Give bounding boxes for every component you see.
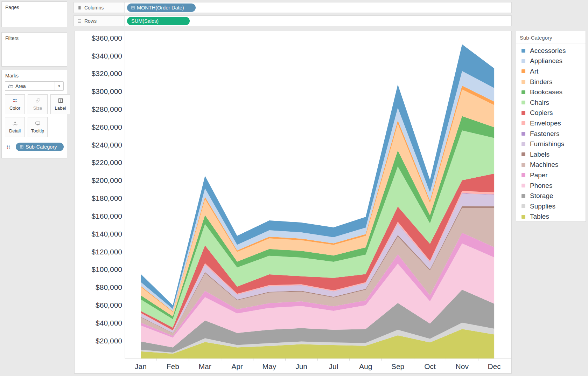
legend-swatch-icon bbox=[522, 184, 525, 187]
legend-item-label: Storage bbox=[530, 192, 553, 200]
legend-item-paper[interactable]: Paper bbox=[516, 170, 586, 180]
detail-dots-icon bbox=[12, 121, 18, 126]
x-axis-label: Feb bbox=[167, 362, 179, 370]
y-axis-label: $100,000 bbox=[91, 265, 122, 273]
tooltip-button-label: Tooltip bbox=[31, 128, 44, 134]
x-axis-label: Apr bbox=[231, 362, 243, 370]
legend-swatch-icon bbox=[522, 142, 525, 146]
legend-item-label: Furnishings bbox=[530, 140, 564, 148]
y-axis-label: $160,000 bbox=[91, 212, 122, 220]
detail-button-label: Detail bbox=[9, 128, 21, 134]
pages-shelf[interactable]: Pages bbox=[1, 1, 67, 27]
sub-category-color-pill[interactable]: Sub-Category bbox=[16, 143, 64, 151]
legend-item-label: Machines bbox=[530, 161, 558, 169]
legend-swatch-icon bbox=[522, 101, 525, 104]
legend-item-label: Chairs bbox=[530, 99, 549, 107]
legend-swatch-icon bbox=[522, 111, 525, 115]
label-button[interactable]: Label bbox=[50, 94, 70, 114]
legend-item-art[interactable]: Art bbox=[516, 66, 586, 77]
legend-item-envelopes[interactable]: Envelopes bbox=[516, 118, 586, 129]
legend-item-binders[interactable]: Binders bbox=[516, 77, 586, 87]
y-axis-label: $200,000 bbox=[91, 176, 122, 184]
y-axis-label: $20,000 bbox=[96, 337, 122, 345]
legend-item-label: Fasteners bbox=[530, 130, 559, 138]
x-axis-label: Aug bbox=[359, 362, 372, 370]
legend-item-machines[interactable]: Machines bbox=[516, 160, 586, 170]
legend-item-fasteners[interactable]: Fasteners bbox=[516, 129, 586, 139]
legend-items: AccessoriesAppliancesArtBindersBookcases… bbox=[516, 43, 586, 222]
rows-shelf[interactable]: Rows SUM(Sales) bbox=[74, 15, 512, 26]
legend-item-label: Labels bbox=[530, 151, 550, 158]
y-axis-label: $40,000 bbox=[96, 319, 122, 327]
legend-item-label: Binders bbox=[530, 78, 552, 86]
x-axis-label: Jan bbox=[135, 362, 147, 370]
legend-item-label: Paper bbox=[530, 171, 548, 179]
size-circles-icon bbox=[35, 98, 41, 103]
filters-shelf[interactable]: Filters bbox=[1, 32, 67, 67]
y-axis-label: $60,000 bbox=[96, 301, 122, 309]
x-axis-label: Sep bbox=[391, 362, 404, 370]
x-axis-label: Mar bbox=[199, 362, 211, 370]
legend-swatch-icon bbox=[522, 132, 525, 136]
legend-item-label: Tables bbox=[530, 213, 549, 220]
discrete-field-icon bbox=[131, 6, 135, 9]
legend-item-storage[interactable]: Storage bbox=[516, 191, 586, 201]
x-axis-label: Nov bbox=[456, 362, 469, 370]
legend-item-label: Art bbox=[530, 68, 538, 75]
legend-item-label: Appliances bbox=[530, 57, 562, 65]
tooltip-bubble-icon bbox=[35, 121, 41, 126]
legend-swatch-icon bbox=[522, 69, 525, 73]
size-button: Size bbox=[28, 94, 48, 114]
detail-button[interactable]: Detail bbox=[5, 117, 25, 137]
y-axis-label: $360,000 bbox=[91, 34, 122, 42]
rows-shelf-label: Rows bbox=[84, 18, 97, 24]
legend-item-copiers[interactable]: Copiers bbox=[516, 108, 586, 118]
sum-sales-pill[interactable]: SUM(Sales) bbox=[127, 17, 190, 25]
marks-label: Marks bbox=[2, 70, 67, 81]
legend-item-labels[interactable]: Labels bbox=[516, 149, 586, 160]
rows-shelf-label-box: Rows bbox=[74, 16, 125, 26]
columns-shelf-label: Columns bbox=[84, 5, 104, 11]
y-axis-label: $340,000 bbox=[91, 52, 122, 60]
legend-item-tables[interactable]: Tables bbox=[516, 212, 586, 222]
legend-swatch-icon bbox=[522, 194, 525, 198]
legend-item-bookcases[interactable]: Bookcases bbox=[516, 87, 586, 97]
y-axis-label: $80,000 bbox=[96, 283, 122, 291]
filters-label: Filters bbox=[2, 33, 67, 44]
sub-category-pill-label: Sub-Category bbox=[26, 144, 57, 150]
x-axis-label: Jul bbox=[329, 362, 338, 370]
legend-item-accessories[interactable]: Accessories bbox=[516, 46, 586, 56]
legend-item-furnishings[interactable]: Furnishings bbox=[516, 139, 586, 149]
chevron-down-icon[interactable]: ▼ bbox=[55, 82, 63, 90]
mark-type-value: Area bbox=[15, 83, 26, 89]
legend-item-label: Accessories bbox=[530, 47, 566, 55]
tableau-workspace: { "shelves": { "columns": { "label": "Co… bbox=[0, 0, 588, 376]
x-axis-label: Dec bbox=[488, 362, 500, 370]
legend-title: Sub-Category bbox=[516, 31, 586, 43]
label-t-icon bbox=[58, 98, 63, 103]
legend-item-appliances[interactable]: Appliances bbox=[516, 56, 586, 67]
legend-swatch-icon bbox=[522, 215, 525, 219]
legend-item-phones[interactable]: Phones bbox=[516, 180, 586, 191]
x-axis-label: May bbox=[262, 362, 276, 370]
legend-item-chairs[interactable]: Chairs bbox=[516, 97, 586, 108]
chart-pane: $20,000$40,000$60,000$80,000$100,000$120… bbox=[74, 31, 512, 374]
marks-card: Marks Area ▼ Color Size L bbox=[1, 70, 67, 158]
color-dots-icon bbox=[12, 98, 18, 103]
color-button[interactable]: Color bbox=[5, 94, 25, 114]
label-button-label: Label bbox=[55, 105, 66, 111]
columns-shelf[interactable]: Columns MONTH(Order Date) bbox=[74, 2, 512, 13]
color-button-label: Color bbox=[9, 105, 20, 111]
legend-item-label: Supplies bbox=[530, 203, 555, 210]
y-axis-label: $120,000 bbox=[91, 248, 122, 256]
tooltip-button[interactable]: Tooltip bbox=[28, 117, 48, 137]
y-axis-label: $320,000 bbox=[91, 69, 122, 77]
month-order-date-pill[interactable]: MONTH(Order Date) bbox=[127, 4, 196, 12]
color-dots-icon bbox=[6, 145, 10, 149]
y-axis-label: $280,000 bbox=[91, 105, 122, 113]
mark-type-dropdown[interactable]: Area ▼ bbox=[5, 81, 64, 91]
legend-swatch-icon bbox=[522, 173, 525, 177]
legend-item-label: Phones bbox=[530, 182, 552, 190]
legend-item-supplies[interactable]: Supplies bbox=[516, 201, 586, 212]
discrete-field-icon bbox=[20, 145, 23, 149]
